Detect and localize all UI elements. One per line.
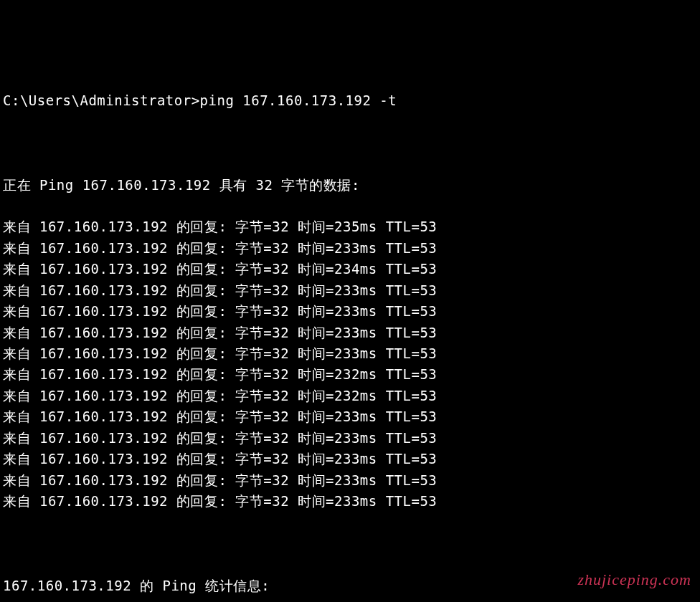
- ping-reply-line: 来自 167.160.173.192 的回复: 字节=32 时间=233ms T…: [3, 238, 697, 259]
- ping-header: 正在 Ping 167.160.173.192 具有 32 字节的数据:: [3, 175, 697, 196]
- ping-reply-line: 来自 167.160.173.192 的回复: 字节=32 时间=233ms T…: [3, 428, 697, 449]
- blank-line: [3, 533, 697, 554]
- ping-reply-line: 来自 167.160.173.192 的回复: 字节=32 时间=233ms T…: [3, 343, 697, 364]
- command-text: ping 167.160.173.192 -t: [200, 92, 397, 108]
- ping-reply-line: 来自 167.160.173.192 的回复: 字节=32 时间=233ms T…: [3, 301, 697, 322]
- ping-reply-line: 来自 167.160.173.192 的回复: 字节=32 时间=233ms T…: [3, 491, 697, 512]
- ping-reply-line: 来自 167.160.173.192 的回复: 字节=32 时间=235ms T…: [3, 216, 697, 237]
- watermark-text: zhujiceping.com: [577, 568, 691, 592]
- ping-reply-line: 来自 167.160.173.192 的回复: 字节=32 时间=233ms T…: [3, 470, 697, 491]
- ping-reply-line: 来自 167.160.173.192 的回复: 字节=32 时间=233ms T…: [3, 280, 697, 301]
- ping-reply-line: 来自 167.160.173.192 的回复: 字节=32 时间=232ms T…: [3, 364, 697, 385]
- ping-reply-line: 来自 167.160.173.192 的回复: 字节=32 时间=232ms T…: [3, 386, 697, 406]
- command-prompt-line: C:\Users\Administrator>ping 167.160.173.…: [3, 90, 697, 111]
- ping-reply-line: 来自 167.160.173.192 的回复: 字节=32 时间=234ms T…: [3, 259, 697, 280]
- ping-reply-line: 来自 167.160.173.192 的回复: 字节=32 时间=233ms T…: [3, 406, 697, 427]
- blank-line: [3, 133, 697, 153]
- prompt-path: C:\Users\Administrator>: [3, 92, 200, 108]
- ping-reply-line: 来自 167.160.173.192 的回复: 字节=32 时间=233ms T…: [3, 449, 697, 469]
- ping-replies: 来自 167.160.173.192 的回复: 字节=32 时间=235ms T…: [3, 216, 697, 512]
- ping-reply-line: 来自 167.160.173.192 的回复: 字节=32 时间=233ms T…: [3, 322, 697, 343]
